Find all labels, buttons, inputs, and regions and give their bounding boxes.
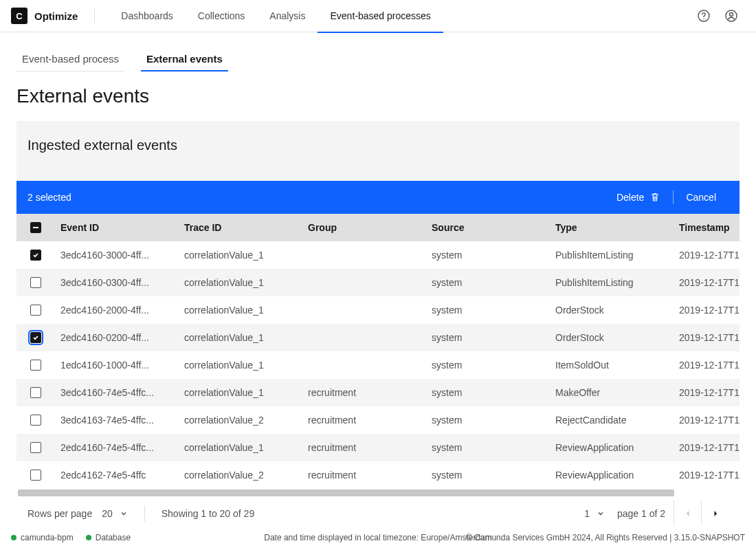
cell-trace-id: correlationValue_1 [179, 387, 302, 398]
status-dot-icon [86, 535, 91, 540]
cell-trace-id: correlationValue_1 [179, 277, 302, 288]
svg-point-3 [730, 13, 733, 16]
chevron-down-icon [120, 509, 128, 518]
row-checkbox[interactable] [30, 250, 41, 261]
cell-type: PublishItemListing [550, 277, 674, 288]
help-icon[interactable] [690, 2, 718, 30]
nav-item-event-based-processes[interactable]: Event-based processes [318, 0, 443, 32]
events-card: Ingested external events 2 selected Dele… [16, 121, 740, 530]
table-row[interactable]: 3edc4160-74e5-4ffc...correlationValue_1r… [16, 379, 740, 406]
timezone-text: Date and time displayed in local timezon… [264, 533, 492, 542]
cell-source: system [426, 442, 550, 453]
cell-type: OrderStock [550, 332, 674, 343]
cell-source: system [426, 415, 550, 426]
cell-trace-id: correlationValue_1 [179, 250, 302, 261]
cell-event-id: 3edc4160-0300-4ff... [55, 277, 179, 288]
row-checkbox[interactable] [30, 277, 41, 288]
table-row[interactable]: 2edc4160-74e5-4ffc...correlationValue_1r… [16, 434, 740, 461]
row-checkbox[interactable] [30, 360, 41, 371]
cell-source: system [426, 387, 550, 398]
row-checkbox[interactable] [30, 415, 41, 426]
row-checkbox[interactable] [30, 305, 41, 316]
cell-event-id: 2edc4160-74e5-4ffc... [55, 442, 179, 453]
showing-text: Showing 1 to 20 of 29 [162, 508, 254, 519]
horizontal-scrollbar[interactable] [16, 489, 740, 497]
subtab-external-events[interactable]: External events [141, 46, 228, 72]
status-footer: camunda-bpmDatabase Date and time displa… [0, 525, 756, 550]
col-timestamp[interactable]: Timestamp [674, 222, 740, 233]
status-dot-icon [11, 535, 16, 540]
status-indicator: camunda-bpm [11, 533, 74, 542]
table-row[interactable]: 3edc4163-74e5-4ffc...correlationValue_2r… [16, 406, 740, 434]
caret-left-icon [685, 510, 691, 517]
page-of-text: page 1 of 2 [617, 508, 665, 519]
status-label: camunda-bpm [21, 533, 74, 542]
nav-item-analysis[interactable]: Analysis [257, 0, 318, 32]
cell-group: recruitment [302, 470, 426, 481]
cell-timestamp: 2019-12-17T1 [674, 387, 740, 398]
cell-trace-id: correlationValue_1 [179, 442, 302, 453]
table-row[interactable]: 2edc4160-2000-4ff...correlationValue_1sy… [16, 296, 740, 324]
table-row[interactable]: 2edc4160-0200-4ff...correlationValue_1sy… [16, 324, 740, 351]
cell-trace-id: correlationValue_1 [179, 332, 302, 343]
table-body: 3edc4160-3000-4ff...correlationValue_1sy… [16, 241, 740, 489]
subtab-event-based-process[interactable]: Event-based process [16, 46, 124, 72]
caret-right-icon [712, 510, 719, 517]
col-group[interactable]: Group [302, 222, 426, 233]
user-icon[interactable] [718, 2, 745, 30]
nav-items: DashboardsCollectionsAnalysisEvent-based… [109, 0, 443, 32]
row-checkbox[interactable] [30, 387, 41, 398]
cell-type: PublishItemListing [550, 250, 674, 261]
cell-type: ReviewApplication [550, 442, 674, 453]
cell-source: system [426, 360, 550, 371]
nav-item-dashboards[interactable]: Dashboards [109, 0, 186, 32]
cell-trace-id: correlationValue_2 [179, 415, 302, 426]
rows-per-page-select[interactable]: 20 [102, 508, 128, 519]
row-checkbox[interactable] [30, 442, 41, 453]
nav-item-collections[interactable]: Collections [186, 0, 257, 32]
delete-button[interactable]: Delete [604, 181, 673, 214]
cell-timestamp: 2019-12-17T1 [674, 277, 740, 288]
table-row[interactable]: 2edc4162-74e5-4ffccorrelationValue_2recr… [16, 461, 740, 489]
cell-timestamp: 2019-12-17T1 [674, 332, 740, 343]
row-checkbox[interactable] [30, 470, 41, 481]
row-checkbox[interactable] [30, 332, 41, 343]
status-indicator: Database [86, 533, 131, 542]
cell-event-id: 2edc4160-0200-4ff... [55, 332, 179, 343]
cell-trace-id: correlationValue_1 [179, 360, 302, 371]
table-row[interactable]: 3edc4160-3000-4ff...correlationValue_1sy… [16, 241, 740, 269]
col-event-id[interactable]: Event ID [55, 222, 179, 233]
nav-separator [94, 9, 95, 23]
scrollbar-thumb[interactable] [18, 490, 674, 496]
status-label: Database [96, 533, 131, 542]
cell-timestamp: 2019-12-17T1 [674, 305, 740, 316]
prev-page-button[interactable] [674, 500, 701, 527]
select-all-checkbox[interactable] [30, 222, 41, 233]
col-source[interactable]: Source [426, 222, 550, 233]
cell-trace-id: correlationValue_1 [179, 305, 302, 316]
cell-source: system [426, 332, 550, 343]
rows-per-page-value: 20 [102, 508, 113, 519]
col-type[interactable]: Type [550, 222, 674, 233]
page-number-select[interactable]: 1 [584, 508, 605, 519]
table-row[interactable]: 3edc4160-0300-4ff...correlationValue_1sy… [16, 269, 740, 296]
delete-label: Delete [616, 192, 644, 203]
cell-event-id: 3edc4163-74e5-4ffc... [55, 415, 179, 426]
cell-source: system [426, 250, 550, 261]
svg-point-1 [703, 19, 704, 19]
rows-per-page-label: Rows per page [27, 508, 92, 519]
selection-action-bar: 2 selected Delete Cancel [16, 181, 740, 214]
cancel-button[interactable]: Cancel [674, 181, 729, 214]
cell-event-id: 3edc4160-3000-4ff... [55, 250, 179, 261]
cell-group: recruitment [302, 387, 426, 398]
next-page-button[interactable] [701, 500, 729, 527]
cell-type: RejectCandidate [550, 415, 674, 426]
cell-timestamp: 2019-12-17T1 [674, 442, 740, 453]
table-row[interactable]: 1edc4160-1000-4ff...correlationValue_1sy… [16, 351, 740, 379]
app-logo: C [11, 8, 27, 24]
table-header: Event ID Trace ID Group Source Type Time… [16, 214, 740, 241]
cell-timestamp: 2019-12-17T1 [674, 250, 740, 261]
cell-timestamp: 2019-12-17T1 [674, 360, 740, 371]
cell-source: system [426, 277, 550, 288]
col-trace-id[interactable]: Trace ID [179, 222, 302, 233]
